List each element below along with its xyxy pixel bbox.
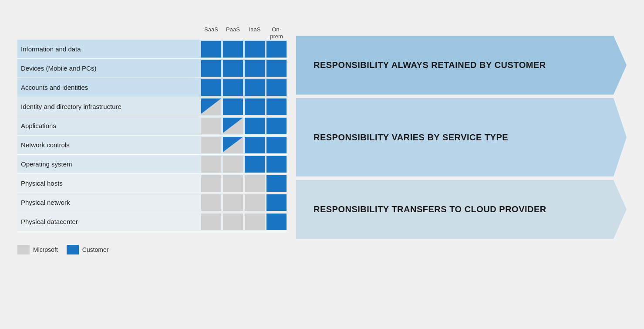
banners-section: RESPONSIBILITY ALWAYS RETAINED BY CUSTOM… — [287, 36, 627, 239]
row-cells-7 — [200, 174, 287, 193]
cell-split-5-1 — [223, 137, 243, 153]
row-label-4: Applications — [17, 122, 200, 129]
col-head-2: IaaS — [244, 26, 266, 40]
table-row: Devices (Mobile and PCs) — [17, 59, 287, 78]
legend-item-1: Customer — [67, 245, 109, 254]
table-row: Physical network — [17, 193, 287, 212]
cell-gray-6-1 — [223, 156, 243, 173]
table-row: Applications — [17, 116, 287, 136]
legend-label-1: Customer — [82, 246, 109, 253]
cell-gray-7-2 — [245, 175, 265, 192]
cell-gray-5-0 — [201, 137, 221, 153]
row-cells-3 — [200, 97, 287, 116]
row-label-7: Physical hosts — [17, 180, 200, 187]
cell-gray-4-0 — [201, 118, 221, 134]
cell-split-4-1 — [223, 118, 243, 134]
table-row: Network controls — [17, 136, 287, 155]
cell-gray-8-1 — [223, 194, 243, 211]
table-row: Operating system — [17, 155, 287, 174]
cell-gray-6-0 — [201, 156, 221, 173]
row-cells-2 — [200, 78, 287, 97]
col-head-1: PaaS — [222, 26, 244, 40]
cell-gray-9-0 — [201, 214, 221, 230]
col-head-0: SaaS — [200, 26, 222, 40]
banner-transfers: RESPONSIBILITY TRANSFERS TO CLOUD PROVID… — [296, 180, 627, 239]
cell-blue-3-3 — [266, 98, 287, 115]
row-cells-4 — [200, 116, 287, 135]
banner-varies: RESPONSIBILITY VARIES BY SERVICE TYPE — [296, 98, 627, 176]
slide: SaaSPaaSIaaSOn-prem Information and data… — [0, 0, 644, 329]
cell-blue-4-3 — [266, 118, 287, 134]
cell-blue-1-3 — [266, 60, 287, 77]
legend-item-0: Microsoft — [17, 245, 58, 254]
cell-blue-2-1 — [223, 79, 243, 96]
table-row: Physical datacenter — [17, 212, 287, 231]
row-label-5: Network controls — [17, 141, 200, 149]
table-row: Accounts and identities — [17, 78, 287, 97]
banner-text-2: RESPONSIBILITY TRANSFERS TO CLOUD PROVID… — [314, 204, 546, 214]
legend: MicrosoftCustomer — [17, 245, 627, 254]
col-headers: SaaSPaaSIaaSOn-prem — [200, 26, 287, 40]
row-label-2: Accounts and identities — [17, 84, 200, 91]
row-cells-8 — [200, 193, 287, 212]
cell-blue-2-2 — [245, 79, 265, 96]
main-content: SaaSPaaSIaaSOn-prem Information and data… — [17, 26, 627, 239]
cell-blue-6-2 — [245, 156, 265, 173]
table-header-row: SaaSPaaSIaaSOn-prem — [17, 26, 287, 40]
cell-blue-0-1 — [223, 41, 243, 58]
cell-gray-8-0 — [201, 194, 221, 211]
row-label-9: Physical datacenter — [17, 218, 200, 225]
cell-gray-8-2 — [245, 194, 265, 211]
col-head-3: On-prem — [266, 26, 287, 40]
cell-gray-9-2 — [245, 214, 265, 230]
row-cells-1 — [200, 59, 287, 78]
cell-blue-5-3 — [266, 137, 287, 153]
cell-split-3-0 — [201, 98, 221, 115]
cell-blue-6-3 — [266, 156, 287, 173]
cell-gray-7-1 — [223, 175, 243, 192]
cell-blue-0-3 — [266, 41, 287, 58]
table-row: Information and data — [17, 40, 287, 59]
cell-blue-1-1 — [223, 60, 243, 77]
cell-blue-3-2 — [245, 98, 265, 115]
table-row: Identity and directory infrastructure — [17, 97, 287, 116]
legend-label-0: Microsoft — [33, 246, 58, 253]
cell-gray-7-0 — [201, 175, 221, 192]
row-cells-6 — [200, 155, 287, 173]
cell-blue-1-2 — [245, 60, 265, 77]
banner-text-0: RESPONSIBILITY ALWAYS RETAINED BY CUSTOM… — [314, 60, 546, 70]
cell-blue-2-3 — [266, 79, 287, 96]
row-label-3: Identity and directory infrastructure — [17, 103, 200, 110]
banner-text-1: RESPONSIBILITY VARIES BY SERVICE TYPE — [314, 132, 508, 142]
row-cells-5 — [200, 136, 287, 154]
row-label-1: Devices (Mobile and PCs) — [17, 64, 200, 72]
cell-blue-0-2 — [245, 41, 265, 58]
cell-blue-7-3 — [266, 175, 287, 192]
row-label-0: Information and data — [17, 45, 200, 53]
cell-blue-8-3 — [266, 194, 287, 211]
table-body: Information and dataDevices (Mobile and … — [17, 40, 287, 231]
legend-swatch-gray — [17, 245, 30, 254]
cell-blue-4-2 — [245, 118, 265, 134]
cell-blue-1-0 — [201, 60, 221, 77]
cell-blue-9-3 — [266, 214, 287, 230]
row-cells-0 — [200, 40, 287, 58]
table-section: SaaSPaaSIaaSOn-prem Information and data… — [17, 26, 287, 239]
cell-blue-3-1 — [223, 98, 243, 115]
cell-blue-0-0 — [201, 41, 221, 58]
cell-blue-5-2 — [245, 137, 265, 153]
col-responsibility-header — [17, 26, 200, 40]
cell-blue-2-0 — [201, 79, 221, 96]
row-label-6: Operating system — [17, 160, 200, 168]
table-row: Physical hosts — [17, 174, 287, 193]
legend-swatch-blue — [67, 245, 79, 254]
row-label-8: Physical network — [17, 199, 200, 206]
row-cells-9 — [200, 212, 287, 231]
banner-always: RESPONSIBILITY ALWAYS RETAINED BY CUSTOM… — [296, 36, 627, 95]
cell-gray-9-1 — [223, 214, 243, 230]
